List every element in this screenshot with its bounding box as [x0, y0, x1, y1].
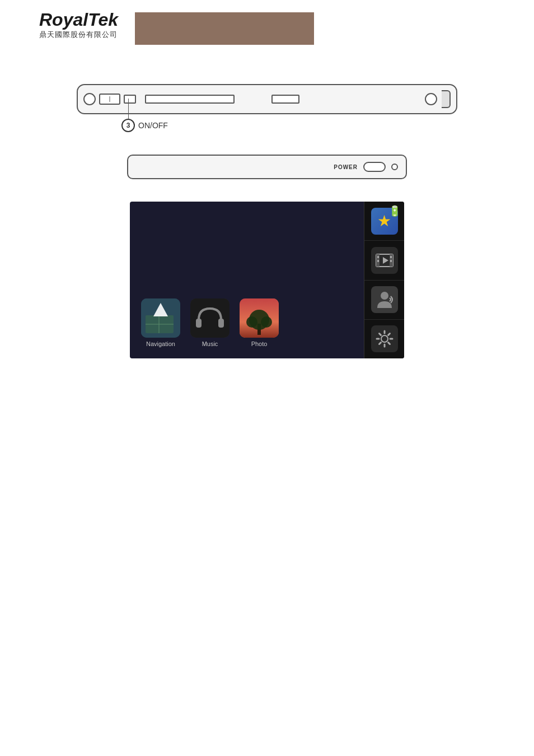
svg-rect-19	[390, 260, 392, 262]
svg-point-22	[381, 335, 388, 342]
onoff-label: ON/OFF	[138, 121, 168, 130]
port-double	[99, 94, 120, 105]
battery-icon: 🔋	[388, 205, 401, 217]
logo: RoyalTek 鼎天國際股份有限公司	[39, 10, 118, 39]
voice-icon	[374, 289, 395, 310]
power-switch	[363, 162, 386, 172]
navigation-icon-img	[141, 298, 180, 338]
svg-point-11	[246, 316, 257, 328]
power-led	[391, 164, 398, 170]
sidebar-item-settings[interactable]	[364, 320, 404, 358]
device-top-left-ports	[83, 93, 299, 105]
gear-icon	[374, 328, 395, 349]
photo-icon-img	[240, 298, 279, 338]
svg-point-12	[261, 316, 272, 328]
device-top-diagram: 3 ON/OFF	[77, 84, 457, 132]
device-top-body	[77, 84, 457, 114]
svg-rect-6	[196, 319, 202, 328]
svg-line-30	[379, 343, 381, 344]
svg-point-21	[381, 292, 388, 300]
svg-rect-5	[190, 298, 229, 338]
svg-line-27	[379, 334, 381, 335]
port-circle-1	[83, 93, 96, 105]
port-circle-right	[425, 93, 437, 105]
sidebar-item-film[interactable]	[364, 241, 404, 280]
port-edge	[442, 90, 451, 108]
film-icon	[374, 250, 395, 271]
photo-label: Photo	[251, 340, 268, 347]
svg-line-29	[388, 334, 390, 335]
page-header: RoyalTek 鼎天國際股份有限公司	[0, 0, 534, 50]
voice-icon-bg	[371, 286, 398, 313]
svg-rect-16	[377, 256, 379, 258]
onoff-number: 3	[121, 119, 135, 132]
svg-rect-7	[218, 319, 224, 328]
navigation-label: Navigation	[146, 340, 175, 347]
film-icon-bg	[371, 247, 398, 274]
menu-icons-row: Navigation Music	[141, 298, 353, 347]
power-label: POWER	[334, 164, 358, 170]
menu-screenshot: Navigation Music	[130, 202, 404, 358]
onoff-annotation: 3 ON/OFF	[121, 119, 457, 132]
device-bottom-diagram: POWER	[127, 155, 407, 179]
device-top-right-ports	[425, 90, 451, 108]
music-label: Music	[202, 340, 218, 347]
menu-item-navigation[interactable]: Navigation	[141, 298, 180, 347]
brand-name: RoyalTek	[39, 10, 118, 30]
svg-rect-17	[377, 260, 379, 262]
menu-item-music[interactable]: Music	[190, 298, 229, 347]
header-color-bar	[135, 12, 314, 45]
settings-icon-bg	[371, 325, 398, 352]
brand-chinese: 鼎天國際股份有限公司	[39, 31, 118, 39]
menu-item-photo[interactable]: Photo	[240, 298, 279, 347]
port-medium	[271, 95, 299, 104]
svg-rect-18	[390, 256, 392, 258]
music-icon-img	[190, 298, 229, 338]
connector-line	[128, 99, 129, 119]
svg-marker-20	[383, 257, 388, 264]
device-bottom-body: POWER	[127, 155, 407, 179]
menu-sidebar: 🔋 ★	[364, 202, 404, 358]
sidebar-item-favorites[interactable]: 🔋 ★	[364, 202, 404, 241]
svg-line-28	[388, 343, 390, 344]
port-long	[145, 95, 235, 104]
port-small	[124, 95, 136, 104]
menu-main-area: Navigation Music	[130, 202, 364, 358]
sidebar-item-voice[interactable]	[364, 281, 404, 320]
